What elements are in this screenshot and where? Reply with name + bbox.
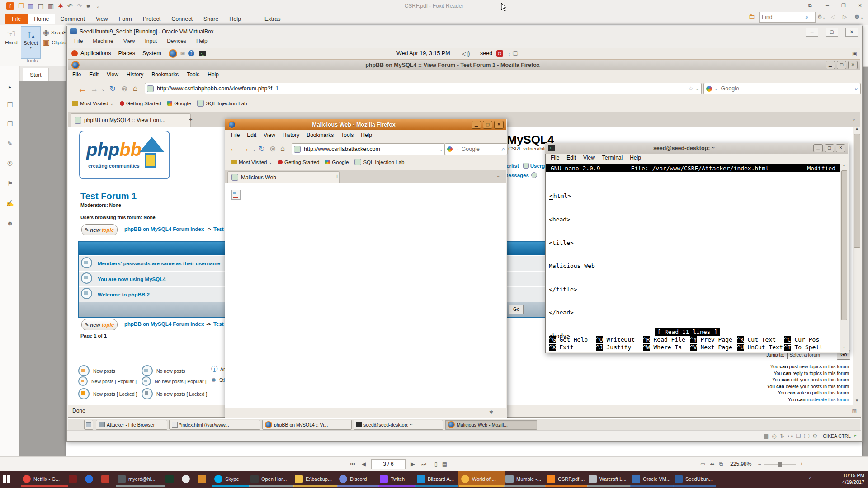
fit-page-icon[interactable]: ▭ bbox=[700, 461, 705, 467]
zoom-in-icon[interactable]: + bbox=[800, 461, 803, 467]
taskbar-twitch[interactable]: Twitch bbox=[377, 471, 417, 487]
firefox-main-titlebar[interactable]: phpBB on MySQL4 :: View Forum - Test For… bbox=[68, 60, 860, 70]
tab-form[interactable]: Form bbox=[113, 14, 137, 24]
bookmark-google[interactable]: Google bbox=[325, 160, 349, 165]
undo-icon[interactable]: ↶ bbox=[67, 2, 73, 9]
find-input[interactable] bbox=[760, 13, 805, 22]
continuous-view-icon[interactable]: ▤ bbox=[442, 461, 447, 467]
minimize-icon[interactable]: ─ bbox=[806, 28, 818, 37]
taskbar-explorer[interactable]: E:\backup... bbox=[292, 471, 339, 487]
tray-expand-icon[interactable]: ^ bbox=[809, 476, 811, 481]
gear-icon[interactable]: ⚙⌄ bbox=[817, 14, 826, 20]
find-bar[interactable]: ⌕ bbox=[760, 12, 816, 23]
tab-protect[interactable]: Protect bbox=[137, 14, 166, 24]
next-page-icon[interactable]: ▶ bbox=[411, 461, 415, 467]
taskbar-terminal[interactable]: seed@seed-desktop: ~ bbox=[354, 420, 443, 430]
taskbar-open-hardware[interactable]: Open Har... bbox=[248, 471, 295, 487]
prev-page-icon[interactable]: ◀ bbox=[362, 461, 366, 467]
terminal-screen[interactable]: GNU nano 2.0.9 File: /var/www/CSRF/Attac… bbox=[546, 164, 840, 352]
forward-icon[interactable]: → bbox=[241, 144, 250, 154]
security-panel-icon[interactable]: ⚑ bbox=[6, 180, 14, 187]
bookmarks-panel-icon[interactable]: ▤ bbox=[6, 100, 14, 108]
back-icon[interactable]: ← bbox=[78, 84, 87, 94]
virtualbox-titlebar[interactable]: SeedUbuntu9_Seclab [Running] - Oracle VM… bbox=[66, 26, 862, 37]
taskbar-file-browser[interactable]: Attacker - File Browser bbox=[96, 420, 167, 430]
tab-view[interactable]: View bbox=[90, 14, 113, 24]
keyboard-indicator-icon[interactable]: ▣ bbox=[852, 51, 857, 56]
doc-tab-start[interactable]: Start bbox=[23, 68, 49, 82]
menu-help[interactable]: Help bbox=[196, 38, 208, 44]
menu-applications[interactable]: Applications bbox=[80, 50, 111, 56]
foxit-layout-icon[interactable]: ⧉ bbox=[807, 2, 814, 9]
panel-clock[interactable]: Wed Apr 19, 3:15 PM bbox=[396, 50, 450, 56]
menu-edit[interactable]: Edit bbox=[566, 155, 576, 161]
taskbar-world-of-warcraft[interactable]: World of ... bbox=[458, 471, 505, 487]
comments-panel-icon[interactable]: ✎ bbox=[6, 140, 14, 147]
restore-icon[interactable]: ❐ bbox=[840, 2, 847, 9]
url-input[interactable] bbox=[303, 145, 437, 153]
last-page-icon[interactable]: ⏭ bbox=[421, 461, 426, 467]
scrollbar-track[interactable]: ▲ ▼ bbox=[853, 127, 861, 405]
tab-share[interactable]: Share bbox=[198, 14, 224, 24]
search-bar[interactable]: ⌄ ⌕ bbox=[444, 143, 508, 155]
taskbar-gedit[interactable]: *index.html (/var/www... bbox=[169, 420, 260, 430]
menu-view[interactable]: View bbox=[123, 38, 135, 44]
taskbar-discord[interactable]: Discord bbox=[336, 471, 380, 487]
attachments-panel-icon[interactable]: ✇ bbox=[6, 160, 14, 167]
home-icon[interactable]: ⌂ bbox=[280, 144, 285, 153]
volume-icon[interactable]: ◁) bbox=[462, 49, 470, 58]
url-dropdown-icon[interactable]: ⌄ bbox=[439, 147, 443, 152]
scroll-up-icon[interactable]: ▲ bbox=[853, 127, 861, 133]
minimize-icon[interactable]: ▁ bbox=[472, 121, 481, 129]
page-number-box[interactable]: 3 / 6 bbox=[371, 459, 406, 469]
moderate-forum-link[interactable]: moderate this forum bbox=[807, 397, 849, 402]
user-menu[interactable]: seed bbox=[480, 50, 492, 56]
new-tab-icon[interactable]: + bbox=[189, 116, 193, 123]
show-desktop-button[interactable] bbox=[84, 420, 93, 430]
next-view-icon[interactable]: ▷ bbox=[843, 14, 847, 20]
select-dropdown-icon[interactable]: ▾ bbox=[21, 46, 40, 50]
taskbar-seedubuntu[interactable]: SeedUbun... bbox=[672, 471, 717, 487]
search-go-icon[interactable]: ⌕ bbox=[855, 85, 858, 92]
close-icon[interactable]: ✕ bbox=[856, 2, 863, 9]
url-input[interactable] bbox=[156, 85, 686, 92]
url-bar[interactable]: ☆ ⌄ bbox=[145, 83, 702, 94]
menu-file[interactable]: File bbox=[551, 155, 559, 161]
terminal-scrollbar[interactable]: ▲ ▼ bbox=[840, 164, 848, 352]
menu-history[interactable]: History bbox=[127, 71, 143, 78]
history-dropdown-icon[interactable]: ⌄ bbox=[101, 87, 105, 92]
close-icon[interactable]: ✕ bbox=[845, 28, 858, 37]
taskbar-myerd[interactable]: myerd@hi... bbox=[115, 471, 165, 487]
menu-tools[interactable]: Tools bbox=[187, 71, 199, 78]
new-topic-button[interactable]: ✎ newtopic bbox=[81, 224, 118, 235]
url-bar[interactable]: ⌄ bbox=[292, 143, 445, 155]
display-indicator-icon[interactable]: 🖵 bbox=[513, 50, 518, 56]
menu-tools[interactable]: Tools bbox=[341, 132, 354, 138]
power-icon[interactable]: ⏻ bbox=[496, 50, 503, 57]
close-icon[interactable]: ✕ bbox=[494, 121, 504, 129]
maximize-icon[interactable]: ▢ bbox=[837, 61, 846, 69]
pages-panel-icon[interactable]: ❐ bbox=[6, 120, 14, 127]
save-icon[interactable]: ▦ bbox=[28, 2, 34, 9]
menu-help[interactable]: Help bbox=[630, 155, 641, 161]
tab-list-icon[interactable]: ⌄ bbox=[852, 116, 856, 122]
topic-link[interactable]: You are now using MySQL4 bbox=[98, 277, 166, 282]
search-go-icon[interactable]: ⌕ bbox=[502, 145, 505, 153]
phpbb-logo[interactable]: phpbb creating communities bbox=[79, 131, 170, 179]
url-dropdown-icon[interactable]: ⌄ bbox=[696, 86, 699, 91]
engine-dropdown-icon[interactable]: ⌄ bbox=[455, 147, 458, 151]
scrollbar-thumb[interactable] bbox=[854, 134, 860, 248]
find-search-icon[interactable]: ⌕ bbox=[805, 14, 808, 21]
reload-icon[interactable]: ↻ bbox=[259, 144, 265, 154]
menu-edit[interactable]: Edit bbox=[89, 71, 99, 78]
menu-file[interactable]: File bbox=[74, 38, 83, 44]
tab-file[interactable]: File bbox=[5, 14, 28, 24]
taskbar-warcraft-logs[interactable]: Warcraft L... bbox=[586, 471, 632, 487]
bookmark-most-visited[interactable]: Most Visited⌄ bbox=[72, 101, 113, 106]
menu-help[interactable]: Help bbox=[361, 132, 372, 138]
display-go-button[interactable]: Go bbox=[509, 305, 524, 314]
scrollbar-thumb[interactable] bbox=[841, 170, 847, 320]
email-doc-icon[interactable]: ▥ bbox=[48, 2, 54, 9]
fit-width-icon[interactable]: ⬌ bbox=[710, 461, 714, 467]
breadcrumb-index-link[interactable]: phpBB on MySQL4 Forum Index bbox=[124, 226, 204, 232]
